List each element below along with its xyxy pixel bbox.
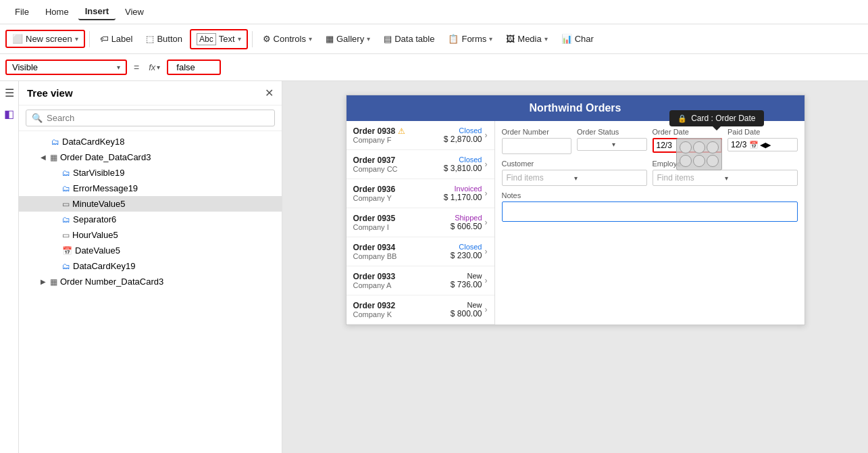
tree-close-button[interactable]: ✕ [265, 87, 274, 99]
new-screen-icon: ⬜ [12, 34, 23, 44]
order-status-0937: Closed [444, 156, 482, 164]
order-info-0933: Order 0933 Company A [353, 272, 451, 289]
media-button[interactable]: 🖼 Media ▾ [500, 30, 553, 47]
formula-value-box[interactable]: false [167, 59, 221, 75]
order-info-0935: Order 0935 Company I [353, 214, 451, 231]
order-status-amount-0937: Closed $ 3,810.00 [444, 156, 482, 173]
customer-input[interactable]: Find items ▾ [502, 170, 647, 186]
button-button[interactable]: ⬚ Button [140, 30, 188, 47]
order-item-0936[interactable]: Order 0936 Company Y Invoiced $ 1,170.00… [347, 179, 494, 208]
formulabar: Visible ▾ = fx ▾ false [0, 54, 868, 81]
equals-sign: = [131, 62, 142, 73]
order-date-value: 12/3 [657, 141, 672, 150]
order-status-select[interactable]: ▾ [577, 138, 647, 151]
tree-item-datacardkey19[interactable]: 🗂 DataCardKey19 [19, 258, 282, 274]
text-icon: Abc [197, 33, 216, 45]
order-status-0936: Invoiced [444, 185, 482, 193]
paid-date-nav-right[interactable]: ▶ [765, 141, 771, 149]
data-table-button[interactable]: ▤ Data table [378, 30, 440, 47]
tree-item-ordernumber-datacard3[interactable]: ▶ ▦ Order Number_DataCard3 [19, 274, 282, 289]
tooltip-arrow [713, 126, 721, 130]
tree-item-label: DateValue5 [75, 245, 120, 256]
order-item-0935[interactable]: Order 0935 Company I Shipped $ 606.50 › [347, 208, 494, 237]
lock-icon: 🔒 [678, 114, 687, 123]
property-value: Visible [12, 62, 38, 72]
tree-item-starvisible19[interactable]: 🗂 StarVisible19 [19, 165, 282, 181]
label-icon: 🏷 [100, 34, 109, 44]
chart-button[interactable]: 📊 Char [555, 30, 600, 47]
label-button[interactable]: 🏷 Label [94, 30, 139, 47]
tooltip-text: Card : Order Date [691, 114, 755, 123]
notes-input[interactable] [502, 201, 798, 222]
fx-button[interactable]: fx ▾ [146, 62, 163, 72]
menu-home[interactable]: Home [39, 4, 76, 20]
property-selector[interactable]: Visible ▾ [5, 59, 127, 75]
tree-item-errormessage19[interactable]: 🗂 ErrorMessage19 [19, 181, 282, 196]
gallery-button[interactable]: ▦ Gallery ▾ [320, 30, 376, 47]
card-tooltip: 🔒 Card : Order Date [669, 110, 763, 126]
order-amount-0938: $ 2,870.00 [444, 135, 482, 144]
order-list: Order 0938 ⚠ Company F Closed $ 2,870.00… [347, 121, 495, 325]
order-info-0938: Order 0938 ⚠ Company F [353, 126, 444, 144]
order-item-0937[interactable]: Order 0937 Company CC Closed $ 3,810.00 … [347, 150, 494, 179]
employee-label: Employee [653, 160, 798, 168]
tree-search-box[interactable]: 🔍 [26, 110, 275, 126]
sidebar-toggle[interactable]: ☰ ◧ [0, 81, 19, 453]
order-chevron-0938: › [485, 130, 488, 140]
forms-icon: 📋 [448, 34, 459, 44]
tree-item-label: MinuteValue5 [72, 199, 126, 209]
group-icon: ▦ [50, 153, 57, 162]
order-item-0934[interactable]: Order 0934 Company BB Closed $ 230.00 › [347, 237, 494, 266]
paid-date-nav-left[interactable]: ◀ [760, 141, 765, 149]
divider-1 [89, 31, 90, 47]
date-picker-overlay[interactable] [676, 138, 722, 170]
date-circle-4 [680, 155, 692, 167]
hamburger-icon: ☰ [5, 87, 14, 99]
gallery-label: Gallery [336, 34, 364, 44]
order-item-0933[interactable]: Order 0933 Company A New $ 736.00 › [347, 266, 494, 295]
order-item-0932[interactable]: Order 0932 Company K New $ 800.00 › [347, 295, 494, 325]
chart-label: Char [575, 34, 594, 44]
order-chevron-0933: › [485, 276, 488, 285]
employee-input[interactable]: Find items ▾ [653, 170, 798, 186]
order-info-0932: Order 0932 Company K [353, 301, 451, 318]
menubar: File Home Insert View [0, 0, 868, 24]
customer-label: Customer [502, 160, 647, 168]
order-status-0934: Closed [451, 243, 482, 251]
tree-item-orderdate-datacardkey3[interactable]: ◀ ▦ Order Date_DataCard3 [19, 149, 282, 165]
order-date-input[interactable]: 12/3 [653, 138, 723, 153]
date-circle-6 [707, 155, 719, 167]
rect-icon: ▭ [62, 199, 70, 209]
menu-file[interactable]: File [8, 4, 36, 20]
forms-chevron: ▾ [489, 35, 492, 43]
tree-item-hourvalue5[interactable]: ▭ HourValue5 [19, 227, 282, 243]
order-number-input[interactable] [502, 138, 572, 154]
order-id-0937: Order 0937 [353, 156, 444, 165]
order-item-0938[interactable]: Order 0938 ⚠ Company F Closed $ 2,870.00… [347, 121, 494, 150]
paid-date-input[interactable]: 12/3 📅 ◀ ▶ [727, 138, 798, 151]
forms-button[interactable]: 📋 Forms ▾ [442, 30, 499, 47]
controls-label: Controls [274, 34, 306, 44]
tree-item-separator6[interactable]: 🗂 Separator6 [19, 212, 282, 227]
detail-row-1: Order Number Order Status ▾ Order Date [502, 128, 798, 154]
new-screen-label: New screen [26, 34, 72, 44]
controls-chevron: ▾ [309, 35, 312, 43]
tree-item-datacardkey18[interactable]: 🗂 DataCardKey18 [19, 134, 282, 149]
tree-item-datevalue5[interactable]: 📅 DateValue5 [19, 243, 282, 258]
new-screen-button[interactable]: ⬜ New screen ▾ [5, 30, 85, 48]
controls-button[interactable]: ⚙ Controls ▾ [257, 30, 318, 47]
text-button[interactable]: Abc Text ▾ [190, 29, 248, 49]
detail-panel: 🔒 Card : Order Date Order Number Order S… [495, 121, 805, 325]
order-date-label: Order Date [653, 128, 723, 136]
date-icon: 📅 [62, 246, 72, 256]
divider-2 [252, 31, 253, 47]
menu-view[interactable]: View [118, 4, 151, 20]
search-input[interactable] [47, 113, 269, 123]
button-icon: ⬚ [146, 34, 154, 44]
order-company-0938: Company F [353, 136, 444, 144]
card-icon: 🗂 [62, 215, 70, 224]
order-status-amount-0932: New $ 800.00 [451, 301, 482, 318]
employee-field: Employee Find items ▾ [653, 160, 798, 186]
tree-item-minutevalue5[interactable]: ▭ MinuteValue5 [19, 196, 282, 212]
menu-insert[interactable]: Insert [78, 3, 116, 20]
